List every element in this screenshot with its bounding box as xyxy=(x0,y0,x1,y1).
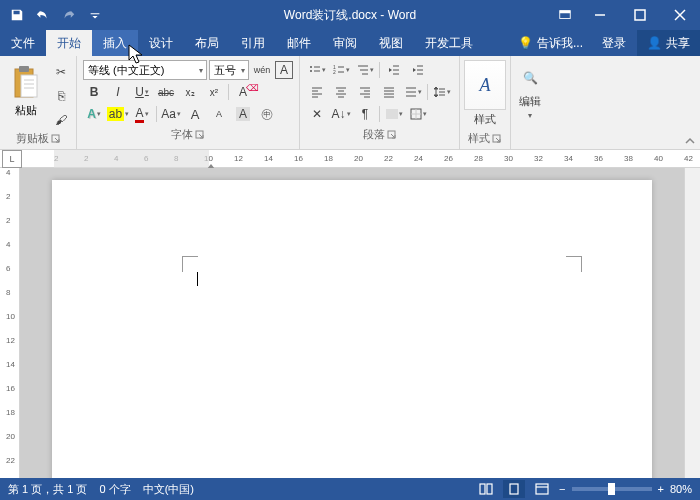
svg-rect-62 xyxy=(536,484,548,494)
bold-button[interactable]: B xyxy=(83,82,105,102)
cut-button[interactable]: ✂ xyxy=(50,62,72,82)
signin-link[interactable]: 登录 xyxy=(591,35,637,52)
horizontal-ruler[interactable]: L 22468101214161820222426283032343638404… xyxy=(0,150,700,168)
phonetic-guide-button[interactable]: wén xyxy=(251,60,273,80)
zoom-out-button[interactable]: − xyxy=(559,483,565,495)
distributed-button[interactable] xyxy=(402,82,424,102)
highlight-button[interactable]: ab xyxy=(107,104,129,124)
borders-button[interactable] xyxy=(407,104,429,124)
tab-developer[interactable]: 开发工具 xyxy=(414,30,484,56)
svg-rect-1 xyxy=(560,11,571,14)
show-marks-button[interactable]: ¶ xyxy=(354,104,376,124)
tab-design[interactable]: 设计 xyxy=(138,30,184,56)
ribbon-display-options[interactable] xyxy=(550,0,580,30)
editing-group: 🔍 编辑 ▾ xyxy=(511,56,549,149)
tab-layout[interactable]: 布局 xyxy=(184,30,230,56)
svg-rect-59 xyxy=(480,484,485,494)
bullets-button[interactable] xyxy=(306,60,328,80)
zoom-slider[interactable] xyxy=(572,487,652,491)
collapse-ribbon-button[interactable] xyxy=(682,56,700,149)
save-button[interactable] xyxy=(6,4,28,26)
find-button[interactable]: 🔍 xyxy=(515,64,545,92)
line-spacing-button[interactable] xyxy=(431,82,453,102)
document-page[interactable] xyxy=(52,180,652,478)
print-layout-button[interactable] xyxy=(503,480,525,498)
ribbon: 粘贴 ✂ ⎘ 🖌 剪贴板 等线 (中文正文) 五号 wén A B I U ab… xyxy=(0,56,700,150)
font-size-combo[interactable]: 五号 xyxy=(209,60,249,80)
grow-font-button[interactable]: A xyxy=(184,104,206,124)
font-dialog-launcher[interactable] xyxy=(195,130,205,140)
vertical-scrollbar[interactable] xyxy=(684,168,700,478)
editing-label[interactable]: 编辑 xyxy=(519,94,541,109)
align-center-button[interactable] xyxy=(330,82,352,102)
word-count-status[interactable]: 0 个字 xyxy=(99,482,130,497)
minimize-button[interactable] xyxy=(580,0,620,30)
char-border-button[interactable]: A xyxy=(275,61,293,79)
vertical-ruler[interactable]: 42246810121416182022 xyxy=(0,168,20,478)
styles-group: A 样式 样式 xyxy=(460,56,511,149)
redo-button[interactable] xyxy=(58,4,80,26)
maximize-button[interactable] xyxy=(620,0,660,30)
increase-indent-button[interactable] xyxy=(407,60,429,80)
numbering-button[interactable]: 12 xyxy=(330,60,352,80)
read-mode-button[interactable] xyxy=(475,480,497,498)
copy-button[interactable]: ⎘ xyxy=(50,86,72,106)
tab-insert[interactable]: 插入 xyxy=(92,30,138,56)
web-layout-button[interactable] xyxy=(531,480,553,498)
align-left-button[interactable] xyxy=(306,82,328,102)
strikethrough-button[interactable]: abc xyxy=(155,82,177,102)
clipboard-group: 粘贴 ✂ ⎘ 🖌 剪贴板 xyxy=(0,56,77,149)
undo-button[interactable] xyxy=(32,4,54,26)
tab-mailings[interactable]: 邮件 xyxy=(276,30,322,56)
page-viewport[interactable] xyxy=(20,168,684,478)
justify-button[interactable] xyxy=(378,82,400,102)
svg-rect-7 xyxy=(19,66,29,72)
clipboard-dialog-launcher[interactable] xyxy=(51,134,61,144)
change-case-button[interactable]: Aa xyxy=(160,104,182,124)
char-shading-button[interactable]: A xyxy=(232,104,254,124)
clear-format-button[interactable]: A⌫ xyxy=(232,82,254,102)
font-name-combo[interactable]: 等线 (中文正文) xyxy=(83,60,207,80)
svg-rect-60 xyxy=(487,484,492,494)
multilevel-list-button[interactable] xyxy=(354,60,376,80)
language-status[interactable]: 中文(中国) xyxy=(143,482,194,497)
shading-button[interactable] xyxy=(383,104,405,124)
paste-button[interactable]: 粘贴 xyxy=(4,58,48,124)
enclose-chars-button[interactable]: ㊥ xyxy=(256,104,278,124)
styles-gallery[interactable]: A xyxy=(464,60,506,110)
tell-me-search[interactable]: 💡告诉我... xyxy=(510,35,591,52)
tab-home[interactable]: 开始 xyxy=(46,30,92,56)
subscript-button[interactable]: x₂ xyxy=(179,82,201,102)
align-right-button[interactable] xyxy=(354,82,376,102)
zoom-level[interactable]: 80% xyxy=(670,483,692,495)
svg-rect-3 xyxy=(635,10,645,20)
styles-dialog-launcher[interactable] xyxy=(492,134,502,144)
page-number-status[interactable]: 第 1 页，共 1 页 xyxy=(8,482,87,497)
paragraph-dialog-launcher[interactable] xyxy=(387,130,397,140)
font-color-button[interactable]: A xyxy=(131,104,153,124)
close-button[interactable] xyxy=(660,0,700,30)
format-painter-button[interactable]: 🖌 xyxy=(50,110,72,130)
tab-review[interactable]: 审阅 xyxy=(322,30,368,56)
quick-access-toolbar xyxy=(0,4,106,26)
superscript-button[interactable]: x² xyxy=(203,82,225,102)
tab-file[interactable]: 文件 xyxy=(0,30,46,56)
share-button[interactable]: 👤共享 xyxy=(637,30,700,56)
tab-references[interactable]: 引用 xyxy=(230,30,276,56)
zoom-in-button[interactable]: + xyxy=(658,483,664,495)
underline-button[interactable]: U xyxy=(131,82,153,102)
sort-button[interactable]: A↓ xyxy=(330,104,352,124)
tab-selector[interactable]: L xyxy=(2,150,22,168)
decrease-indent-button[interactable] xyxy=(383,60,405,80)
ribbon-tabs: 文件 开始 插入 设计 布局 引用 邮件 审阅 视图 开发工具 💡告诉我... … xyxy=(0,30,700,56)
zoom-handle[interactable] xyxy=(608,483,615,495)
qat-customize[interactable] xyxy=(84,4,106,26)
italic-button[interactable]: I xyxy=(107,82,129,102)
svg-text:2: 2 xyxy=(333,69,336,75)
text-cursor xyxy=(197,272,198,286)
shrink-font-button[interactable]: A xyxy=(208,104,230,124)
tab-view[interactable]: 视图 xyxy=(368,30,414,56)
text-effects-button[interactable]: A xyxy=(83,104,105,124)
document-area: 42246810121416182022 xyxy=(0,168,700,478)
asian-layout-button[interactable]: ✕ xyxy=(306,104,328,124)
